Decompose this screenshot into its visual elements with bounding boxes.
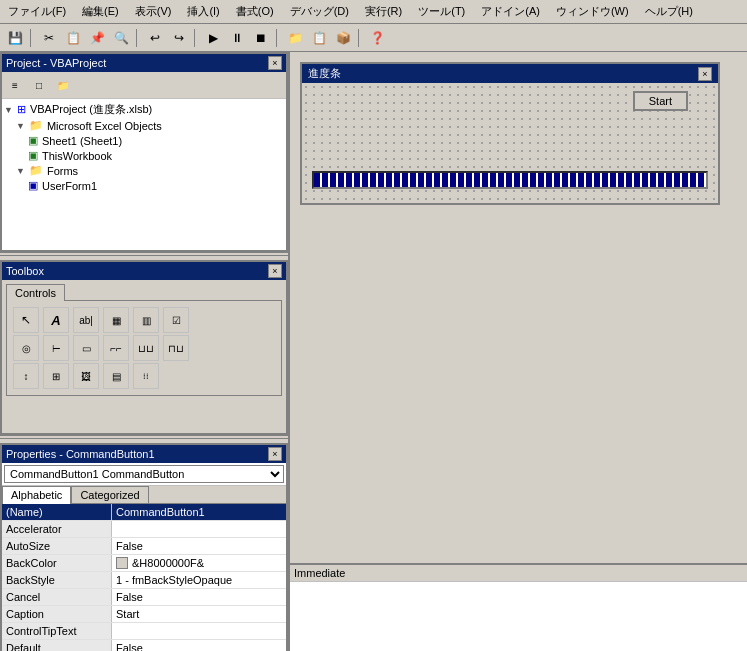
tool-cmdbutton[interactable]: ⌐⌐ bbox=[103, 335, 129, 361]
tree-label-sheet1: Sheet1 (Sheet1) bbox=[42, 135, 122, 147]
props-val-autosize: False bbox=[112, 538, 286, 554]
toolbar-save[interactable]: 💾 bbox=[4, 27, 26, 49]
props-key-backstyle: BackStyle bbox=[2, 572, 112, 588]
tool-spinbutton[interactable]: ⊞ bbox=[43, 363, 69, 389]
props-key-cancel: Cancel bbox=[2, 589, 112, 605]
workbook-icon: ▣ bbox=[28, 149, 38, 162]
menu-window[interactable]: ウィンドウ(W) bbox=[552, 2, 633, 21]
props-table: (Name) CommandButton1 Accelerator AutoSi… bbox=[2, 504, 286, 651]
props-row-autosize[interactable]: AutoSize False bbox=[2, 538, 286, 555]
form-close-button[interactable]: × bbox=[698, 67, 712, 81]
tool-extra[interactable]: ⁞⁞ bbox=[133, 363, 159, 389]
right-area: 進度条 × Start Immediate bbox=[290, 52, 747, 651]
tool-image[interactable]: 🖼 bbox=[73, 363, 99, 389]
main-layout: Project - VBAProject × ≡ □ 📁 ▼ ⊞ VBAProj… bbox=[0, 52, 747, 651]
tool-radio[interactable]: ◎ bbox=[13, 335, 39, 361]
props-row-controltiptext[interactable]: ControlTipText bbox=[2, 623, 286, 640]
project-view-object[interactable]: □ bbox=[28, 74, 50, 96]
menu-edit[interactable]: 編集(E) bbox=[78, 2, 123, 21]
tool-select[interactable]: ↖ bbox=[13, 307, 39, 333]
toolbar-help[interactable]: ❓ bbox=[366, 27, 388, 49]
tool-checkbox[interactable]: ☑ bbox=[163, 307, 189, 333]
tree-forms[interactable]: ▼ 📁 Forms bbox=[16, 163, 284, 178]
project-tree: ▼ ⊞ VBAProject (進度条.xlsb) ▼ 📁 Microsoft … bbox=[2, 99, 286, 250]
panel-splitter-1[interactable] bbox=[0, 252, 288, 256]
properties-close-button[interactable]: × bbox=[268, 447, 282, 461]
tool-scrollbar[interactable]: ↕ bbox=[13, 363, 39, 389]
tree-label-vbaproject: VBAProject (進度条.xlsb) bbox=[30, 102, 152, 117]
props-row-name[interactable]: (Name) CommandButton1 bbox=[2, 504, 286, 521]
tool-frame[interactable]: ▭ bbox=[73, 335, 99, 361]
tree-excel-objects[interactable]: ▼ 📁 Microsoft Excel Objects bbox=[16, 118, 284, 133]
properties-window: Properties - CommandButton1 × CommandBut… bbox=[0, 443, 288, 651]
menu-file[interactable]: ファイル(F) bbox=[4, 2, 70, 21]
props-object-select[interactable]: CommandButton1 CommandButton bbox=[4, 465, 284, 483]
props-row-cancel[interactable]: Cancel False bbox=[2, 589, 286, 606]
toolbar-copy[interactable]: 📋 bbox=[62, 27, 84, 49]
props-row-accelerator[interactable]: Accelerator bbox=[2, 521, 286, 538]
tool-multipage[interactable]: ⊓⊔ bbox=[163, 335, 189, 361]
tool-listbox[interactable]: ▥ bbox=[133, 307, 159, 333]
tool-refbutton[interactable]: ▤ bbox=[103, 363, 129, 389]
menu-format[interactable]: 書式(O) bbox=[232, 2, 278, 21]
form-body[interactable]: Start bbox=[302, 83, 718, 203]
toolbar-find[interactable]: 🔍 bbox=[110, 27, 132, 49]
tree-thisworkbook[interactable]: ▣ ThisWorkbook bbox=[28, 148, 284, 163]
toolbar-cut[interactable]: ✂ bbox=[38, 27, 60, 49]
properties-titlebar: Properties - CommandButton1 × bbox=[2, 445, 286, 463]
menu-help[interactable]: ヘルプ(H) bbox=[641, 2, 697, 21]
props-row-caption[interactable]: Caption Start bbox=[2, 606, 286, 623]
props-key-default: Default bbox=[2, 640, 112, 651]
expand-icon3: ▼ bbox=[16, 166, 25, 176]
tool-label[interactable]: A bbox=[43, 307, 69, 333]
project-view-code[interactable]: ≡ bbox=[4, 74, 26, 96]
props-tabs: Alphabetic Categorized bbox=[2, 486, 286, 504]
props-row-backstyle[interactable]: BackStyle 1 - fmBackStyleOpaque bbox=[2, 572, 286, 589]
sheet-icon: ▣ bbox=[28, 134, 38, 147]
tree-vbaproject[interactable]: ▼ ⊞ VBAProject (進度条.xlsb) bbox=[4, 101, 284, 118]
toolbar-sep3 bbox=[194, 29, 198, 47]
menu-addins[interactable]: アドイン(A) bbox=[477, 2, 544, 21]
project-window: Project - VBAProject × ≡ □ 📁 ▼ ⊞ VBAProj… bbox=[0, 52, 288, 252]
toolbar-undo[interactable]: ↩ bbox=[144, 27, 166, 49]
props-val-backstyle: 1 - fmBackStyleOpaque bbox=[112, 572, 286, 588]
panel-splitter-2[interactable] bbox=[0, 435, 288, 439]
tool-tabstrip[interactable]: ⊔⊔ bbox=[133, 335, 159, 361]
menu-debug[interactable]: デバッグ(D) bbox=[286, 2, 353, 21]
toolbar-reset[interactable]: ⏹ bbox=[250, 27, 272, 49]
toolbar-run[interactable]: ▶ bbox=[202, 27, 224, 49]
toolbar-props[interactable]: 📋 bbox=[308, 27, 330, 49]
menu-insert[interactable]: 挿入(I) bbox=[183, 2, 223, 21]
form-start-button[interactable]: Start bbox=[633, 91, 688, 111]
toolbar-break[interactable]: ⏸ bbox=[226, 27, 248, 49]
tool-toggle[interactable]: ⊢ bbox=[43, 335, 69, 361]
menu-tools[interactable]: ツール(T) bbox=[414, 2, 469, 21]
menu-run[interactable]: 実行(R) bbox=[361, 2, 406, 21]
props-row-default[interactable]: Default False bbox=[2, 640, 286, 651]
project-close-button[interactable]: × bbox=[268, 56, 282, 70]
tool-combobox[interactable]: ▦ bbox=[103, 307, 129, 333]
toolbar-objbrowse[interactable]: 📦 bbox=[332, 27, 354, 49]
project-toggle-folders[interactable]: 📁 bbox=[52, 74, 74, 96]
tree-label-userform1: UserForm1 bbox=[42, 180, 97, 192]
toolbox-controls-tab[interactable]: Controls bbox=[6, 284, 65, 301]
toolbox-close-button[interactable]: × bbox=[268, 264, 282, 278]
props-tab-alphabetic[interactable]: Alphabetic bbox=[2, 486, 71, 504]
props-key-accelerator: Accelerator bbox=[2, 521, 112, 537]
tree-sheet1[interactable]: ▣ Sheet1 (Sheet1) bbox=[28, 133, 284, 148]
props-tab-categorized[interactable]: Categorized bbox=[71, 486, 148, 503]
project-title: Project - VBAProject bbox=[6, 57, 106, 69]
props-key-autosize: AutoSize bbox=[2, 538, 112, 554]
tool-textbox[interactable]: ab| bbox=[73, 307, 99, 333]
immediate-body[interactable] bbox=[290, 582, 747, 651]
toolbar-project[interactable]: 📁 bbox=[284, 27, 306, 49]
vba-icon: ⊞ bbox=[17, 103, 26, 116]
props-row-backcolor[interactable]: BackColor &H8000000F& bbox=[2, 555, 286, 572]
props-val-caption: Start bbox=[112, 606, 286, 622]
menu-view[interactable]: 表示(V) bbox=[131, 2, 176, 21]
tree-userform1[interactable]: ▣ UserForm1 bbox=[28, 178, 284, 193]
toolbar-redo[interactable]: ↪ bbox=[168, 27, 190, 49]
immediate-titlebar: Immediate bbox=[290, 565, 747, 582]
toolbar-paste[interactable]: 📌 bbox=[86, 27, 108, 49]
progress-fill bbox=[314, 173, 706, 187]
